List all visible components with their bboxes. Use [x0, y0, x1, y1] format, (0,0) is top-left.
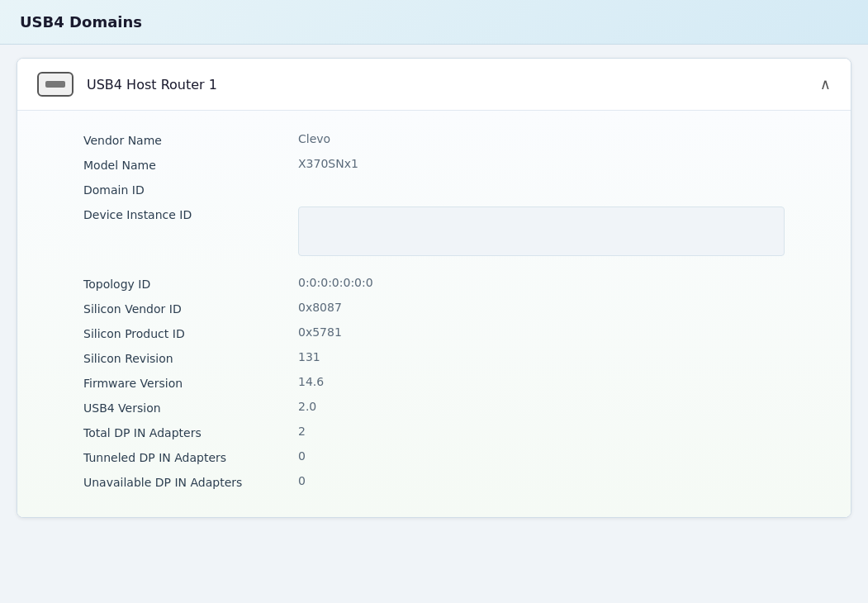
- info-label: USB4 Version: [83, 400, 298, 415]
- router-title: USB4 Host Router 1: [87, 77, 217, 93]
- info-label: Silicon Revision: [83, 350, 298, 365]
- info-value: 2: [298, 425, 785, 438]
- page-header: USB4 Domains: [0, 0, 868, 45]
- main-content: USB4 Host Router 1 ∧ Vendor NameClevoMod…: [0, 45, 868, 603]
- info-value: 0x5781: [298, 325, 785, 339]
- info-label: Firmware Version: [83, 375, 298, 390]
- info-label: Silicon Product ID: [83, 325, 298, 340]
- info-label: Unavailable DP IN Adapters: [83, 474, 298, 489]
- info-row: Domain ID: [83, 177, 785, 202]
- info-label: Topology ID: [83, 276, 298, 291]
- info-row: Silicon Vendor ID0x8087: [83, 296, 785, 320]
- info-value: 2.0: [298, 400, 785, 413]
- router-card: USB4 Host Router 1 ∧ Vendor NameClevoMod…: [17, 58, 851, 518]
- info-row: Topology ID0:0:0:0:0:0:0: [83, 271, 785, 296]
- router-body: Vendor NameClevoModel NameX370SNx1Domain…: [17, 111, 851, 517]
- info-label: Device Instance ID: [83, 207, 298, 221]
- info-value: [298, 207, 785, 256]
- info-row: Vendor NameClevo: [83, 127, 785, 152]
- page-title: USB4 Domains: [20, 13, 142, 31]
- info-label: Tunneled DP IN Adapters: [83, 449, 298, 464]
- info-row: Tunneled DP IN Adapters0: [83, 444, 785, 469]
- router-header[interactable]: USB4 Host Router 1 ∧: [17, 59, 851, 111]
- info-row: Silicon Product ID0x5781: [83, 320, 785, 345]
- info-row: Model NameX370SNx1: [83, 152, 785, 177]
- router-header-left: USB4 Host Router 1: [37, 72, 217, 97]
- info-label: Domain ID: [83, 182, 298, 197]
- info-label: Silicon Vendor ID: [83, 301, 298, 316]
- info-row: USB4 Version2.0: [83, 395, 785, 420]
- info-label: Vendor Name: [83, 132, 298, 147]
- router-icon: [37, 72, 74, 97]
- info-row: Total DP IN Adapters2: [83, 420, 785, 444]
- info-label: Total DP IN Adapters: [83, 425, 298, 439]
- info-value: 0:0:0:0:0:0:0: [298, 276, 785, 289]
- info-row: Device Instance ID: [83, 202, 785, 261]
- info-value: X370SNx1: [298, 157, 785, 170]
- info-row: Unavailable DP IN Adapters0: [83, 469, 785, 494]
- info-value: Clevo: [298, 132, 785, 145]
- info-value: 0: [298, 449, 785, 463]
- info-value: 0: [298, 474, 785, 487]
- chevron-up-icon: ∧: [820, 77, 831, 92]
- info-value: 0x8087: [298, 301, 785, 314]
- info-row: Silicon Revision131: [83, 345, 785, 370]
- info-value: 14.6: [298, 375, 785, 388]
- info-label: Model Name: [83, 157, 298, 172]
- info-value: 131: [298, 350, 785, 363]
- info-row: Firmware Version14.6: [83, 370, 785, 395]
